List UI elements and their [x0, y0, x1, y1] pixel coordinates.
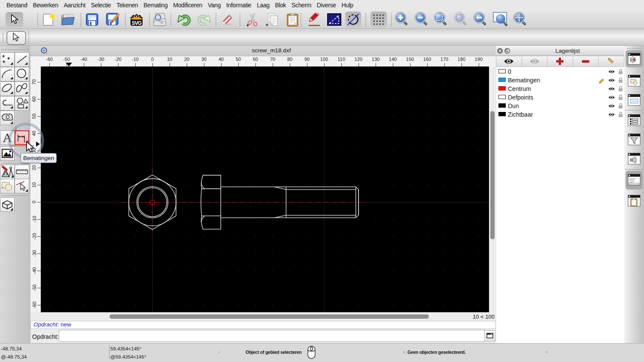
- svg-text:SVG: SVG: [132, 20, 142, 26]
